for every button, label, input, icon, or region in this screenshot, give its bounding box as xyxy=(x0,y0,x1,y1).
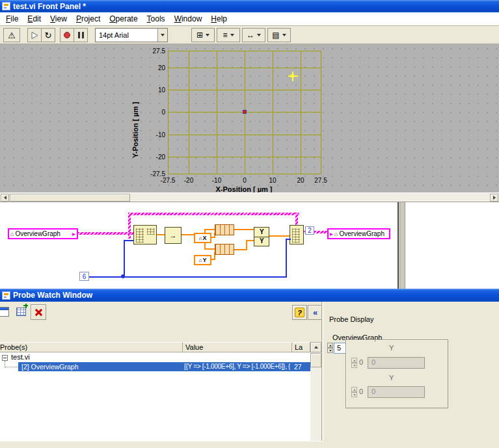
tree-item-vi[interactable]: test.vi xyxy=(11,353,30,361)
array-wire[interactable] xyxy=(128,213,131,239)
xy-graph-plot-area[interactable] xyxy=(168,51,321,174)
probe-row-value: [{Y => [-1.000E+6], Y => [-1.000E+6]}, {… xyxy=(184,363,290,370)
cluster-wire[interactable] xyxy=(246,240,247,250)
column-header-probes[interactable]: Probe(s) xyxy=(0,342,183,352)
cluster-y1-label: Y xyxy=(389,344,394,352)
cluster-wire[interactable] xyxy=(204,229,215,230)
indicator-overviewgraph[interactable]: ▸ ⌂ OverviewGraph xyxy=(327,228,390,239)
scroll-right-button[interactable] xyxy=(490,194,498,202)
index-spin-down-button[interactable] xyxy=(327,348,333,353)
cluster-wire[interactable] xyxy=(246,240,254,241)
column-header-value[interactable]: Value xyxy=(183,342,292,352)
vscroll-thumb[interactable] xyxy=(310,353,321,367)
grid-line xyxy=(301,51,301,174)
array-wire[interactable] xyxy=(78,232,133,235)
numeric-constant-6[interactable]: 6 xyxy=(79,272,89,281)
status-bar xyxy=(0,441,323,448)
column-header-last[interactable]: La xyxy=(292,342,310,352)
coerce-node[interactable]: Y Y xyxy=(254,227,269,246)
spin-up-icon xyxy=(353,389,356,391)
probe-row-label[interactable]: [2] OverviewGraph xyxy=(21,363,178,371)
cluster-frame: Y 0 0 Y 0 0 xyxy=(345,339,448,408)
spin-down-icon xyxy=(353,365,356,367)
reorder-objects-dropdown[interactable]: ▤ xyxy=(267,28,291,42)
numeric-constant-2[interactable]: 2 xyxy=(305,226,314,235)
array-grid-icon xyxy=(292,228,300,243)
menu-tools[interactable]: Tools xyxy=(142,13,170,25)
front-panel-hscrollbar[interactable] xyxy=(0,192,499,202)
control-reference-overviewgraph[interactable]: ⌂ OverviewGraph ▸ xyxy=(8,228,78,239)
y2-index: 0 xyxy=(359,388,363,395)
scroll-left-button[interactable] xyxy=(1,194,9,202)
align-objects-dropdown[interactable]: ⊞ xyxy=(191,28,215,42)
probe-table-vscrollbar[interactable] xyxy=(310,342,321,448)
control-reference-label: OverviewGraph xyxy=(15,230,60,237)
font-selector-dropdown-button[interactable] xyxy=(157,29,167,42)
array-wire[interactable] xyxy=(128,213,299,215)
numeric-wire[interactable] xyxy=(286,239,287,278)
run-continuous-button[interactable]: ↻ xyxy=(41,28,55,42)
array-wire[interactable] xyxy=(295,213,298,226)
house-icon: ⌂ xyxy=(199,235,202,241)
cluster-wire[interactable] xyxy=(234,249,247,250)
cluster-wire[interactable] xyxy=(234,229,254,230)
menu-window[interactable]: Window xyxy=(170,13,207,25)
scroll-up-button[interactable] xyxy=(310,342,321,352)
plus-icon xyxy=(25,304,27,308)
font-selector[interactable]: 14pt Arial xyxy=(95,28,168,42)
y2-spin-down-button[interactable] xyxy=(351,392,357,397)
index-spin-up-button[interactable] xyxy=(327,343,333,348)
help-button[interactable]: ? xyxy=(292,305,307,320)
pause-button[interactable] xyxy=(74,28,88,42)
local-variable-y[interactable]: ⌂ Y xyxy=(194,255,211,265)
delete-probe-button[interactable] xyxy=(31,304,46,320)
abort-button[interactable] xyxy=(60,28,74,42)
y-tick-label: -10 xyxy=(146,131,165,138)
cluster-wire[interactable] xyxy=(157,234,165,235)
bundle-node[interactable] xyxy=(215,224,234,235)
numeric-wire[interactable] xyxy=(124,240,133,241)
tree-expander[interactable] xyxy=(2,355,8,361)
warning-button[interactable]: ⚠ xyxy=(3,28,20,42)
graph-cursor[interactable] xyxy=(288,72,298,81)
array-grid-icon xyxy=(147,228,155,235)
menu-help[interactable]: Help xyxy=(206,13,232,25)
cluster-wire[interactable] xyxy=(204,248,215,250)
menu-file[interactable]: File xyxy=(1,13,23,25)
probe-window-titlebar[interactable]: Probe Watch Window xyxy=(0,289,499,302)
y2-spin-up-button[interactable] xyxy=(351,387,357,392)
numeric-wire[interactable] xyxy=(89,276,287,278)
build-array-node[interactable] xyxy=(290,225,304,244)
add-probe-button[interactable] xyxy=(14,304,30,320)
probe-icon-stripe xyxy=(4,293,8,295)
menu-project[interactable]: Project xyxy=(72,13,105,25)
menu-edit[interactable]: Edit xyxy=(23,13,46,25)
hscroll-thumb[interactable] xyxy=(10,194,130,202)
cluster-wire[interactable] xyxy=(269,235,290,237)
x-tick-label: 20 xyxy=(290,177,312,184)
open-probe-window-button[interactable] xyxy=(0,304,12,320)
index-value-box[interactable]: 5 xyxy=(334,343,347,354)
bundle-node[interactable] xyxy=(215,244,234,255)
y-tick-label: 0 xyxy=(146,109,165,116)
numeric-wire[interactable] xyxy=(286,239,291,240)
collapse-panel-button[interactable]: « xyxy=(308,305,323,320)
terminal-arrow-icon: ▸ xyxy=(330,230,333,237)
resize-objects-dropdown[interactable]: ↔ xyxy=(242,28,265,42)
x-tick-label: 0 xyxy=(234,177,256,184)
menu-operate[interactable]: Operate xyxy=(105,13,142,25)
local-variable-x[interactable]: ⌂ X xyxy=(194,233,211,243)
menu-view[interactable]: View xyxy=(46,13,72,25)
numeric-wire[interactable] xyxy=(124,240,125,278)
y1-spin-down-button[interactable] xyxy=(351,363,357,368)
distribute-objects-dropdown[interactable]: ≡ xyxy=(217,28,240,42)
run-button[interactable] xyxy=(27,28,42,42)
index-array-node[interactable] xyxy=(133,225,157,244)
scroll-left-icon xyxy=(4,196,7,200)
vertical-scroll-strip[interactable] xyxy=(399,202,405,289)
front-panel-titlebar[interactable]: test.vi Front Panel * xyxy=(0,0,499,12)
question-icon: ? xyxy=(295,308,304,317)
convert-node[interactable]: → xyxy=(165,227,182,244)
y1-spin-up-button[interactable] xyxy=(351,358,357,363)
window-titlebar-icon xyxy=(0,308,8,310)
